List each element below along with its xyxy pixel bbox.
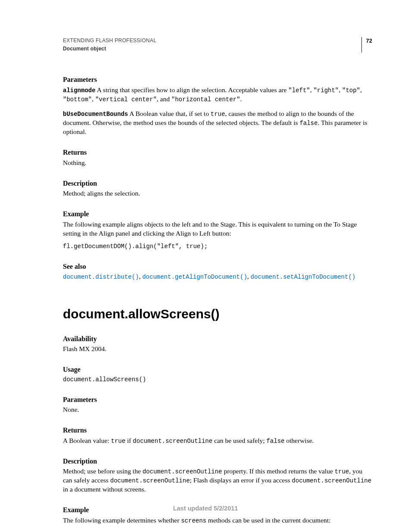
header-title: EXTENDING FLASH PROFESSIONAL bbox=[63, 37, 156, 44]
returns-body: Nothing. bbox=[63, 159, 372, 168]
value-bottom: "bottom" bbox=[63, 96, 92, 103]
code-document-screenoutline: document.screenOutline bbox=[110, 477, 190, 484]
value-left: "left" bbox=[288, 87, 310, 94]
see-also-links: document.distribute(), document.getAlign… bbox=[63, 272, 372, 281]
footer-last-updated: Last updated 5/2/2011 bbox=[0, 504, 411, 513]
text: , bbox=[360, 86, 362, 93]
page-number: 72 bbox=[361, 37, 372, 53]
page: EXTENDING FLASH PROFESSIONAL Document ob… bbox=[0, 0, 411, 532]
value-true: true bbox=[335, 468, 349, 475]
text: if bbox=[125, 437, 133, 444]
value-right: "right" bbox=[313, 87, 339, 94]
text: in a document without screens. bbox=[63, 485, 146, 493]
heading-description: Description bbox=[63, 179, 372, 188]
code-document-screenoutline: document.screenOutline bbox=[143, 468, 222, 475]
header-subtitle: Document object bbox=[63, 45, 156, 52]
text: otherwise. bbox=[284, 437, 314, 444]
text: Method; use before using the bbox=[63, 467, 143, 475]
text: , bbox=[339, 86, 342, 93]
returns-body-2: A Boolean value: true if document.screen… bbox=[63, 436, 372, 445]
heading-see-also: See also bbox=[63, 262, 372, 271]
value-false: false bbox=[299, 120, 318, 127]
link-document-distribute[interactable]: document.distribute() bbox=[63, 274, 139, 280]
description-body-2: Method; use before using the document.sc… bbox=[63, 467, 372, 494]
heading-returns: Returns bbox=[63, 148, 372, 157]
value-false: false bbox=[266, 438, 284, 445]
text: ; Flash displays an error if you access bbox=[190, 476, 292, 484]
code-screens: screens bbox=[181, 517, 206, 524]
parameters-body-2: None. bbox=[63, 405, 372, 414]
text: A string that specifies how to align the… bbox=[96, 86, 289, 93]
link-document-getaligntodocument[interactable]: document.getAlignToDocument() bbox=[142, 274, 247, 280]
example-code: fl.getDocumentDOM().align("left", true); bbox=[63, 243, 372, 251]
heading-document-allowscreens: document.allowScreens() bbox=[63, 305, 372, 323]
value-true: true bbox=[211, 111, 225, 118]
text: methods can be used in the current docum… bbox=[206, 516, 330, 524]
value-horizontal-center: "horizontal center" bbox=[171, 96, 240, 103]
heading-example: Example bbox=[63, 209, 372, 219]
heading-returns-2: Returns bbox=[63, 426, 372, 435]
text: can be used safely; bbox=[212, 437, 266, 444]
usage-code: document.allowScreens() bbox=[63, 376, 372, 384]
code-document-screenoutline: document.screenOutline bbox=[133, 438, 212, 445]
example-body-2: The following example determines whether… bbox=[63, 516, 372, 525]
heading-parameters-2: Parameters bbox=[63, 395, 372, 404]
param-alignmode: alignmode A string that specifies how to… bbox=[63, 86, 372, 104]
description-body: Method; aligns the selection. bbox=[63, 189, 372, 198]
param-busedocumentbounds: bUseDocumentBounds A Boolean value that,… bbox=[63, 109, 372, 137]
text: property. If this method returns the val… bbox=[222, 467, 335, 475]
text: A Boolean value that, if set to bbox=[128, 110, 211, 117]
value-true: true bbox=[111, 438, 126, 445]
example-body: The following example aligns objects to … bbox=[63, 220, 372, 238]
heading-usage: Usage bbox=[63, 365, 372, 374]
value-vertical-center: "vertical center" bbox=[95, 96, 157, 103]
code-document-screenoutline: document.screenOutline bbox=[292, 477, 371, 484]
heading-parameters: Parameters bbox=[63, 75, 372, 84]
heading-description-2: Description bbox=[63, 457, 372, 466]
link-document-setaligntodocument[interactable]: document.setAlignToDocument() bbox=[251, 274, 356, 280]
heading-availability: Availability bbox=[63, 334, 372, 344]
text: A Boolean value: bbox=[63, 437, 111, 444]
text: , and bbox=[157, 95, 171, 103]
param-name-alignmode: alignmode bbox=[63, 87, 96, 94]
text: The following example determines whether bbox=[63, 516, 181, 524]
text: . bbox=[240, 95, 242, 103]
value-top: "top" bbox=[342, 87, 360, 94]
text: , bbox=[247, 273, 251, 280]
availability-body: Flash MX 2004. bbox=[63, 345, 372, 354]
param-name-busedocumentbounds: bUseDocumentBounds bbox=[63, 111, 128, 118]
page-header: EXTENDING FLASH PROFESSIONAL Document ob… bbox=[63, 37, 372, 53]
header-left-block: EXTENDING FLASH PROFESSIONAL Document ob… bbox=[63, 37, 156, 52]
text: , bbox=[92, 95, 95, 103]
